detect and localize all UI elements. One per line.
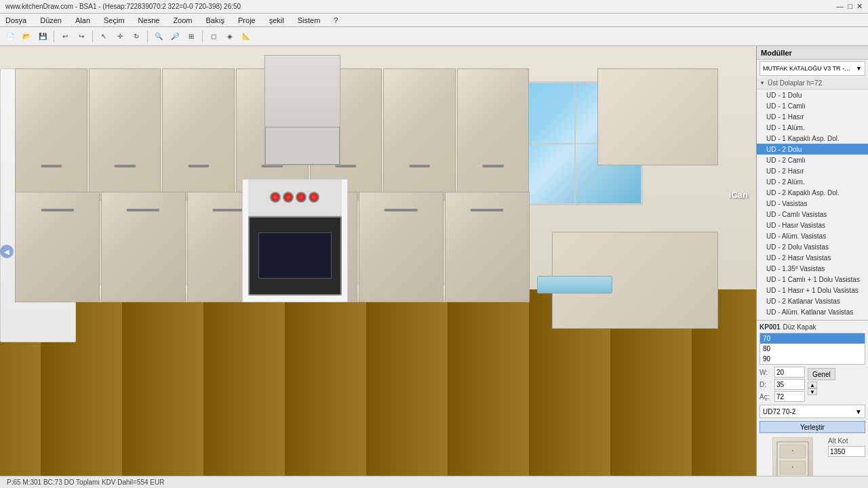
kp-type: Düz Kapak	[783, 323, 816, 331]
module-item-ud-1caml1doluvasistas[interactable]: UD - 1 Camlı + 1 Dolu Vasistas	[757, 274, 868, 285]
menu-item-alan[interactable]: Alan	[73, 15, 93, 26]
module-item-ud-1hasr1doluvasistas[interactable]: UD - 1 Hasır + 1 Dolu Vasistas	[757, 285, 868, 296]
menu-item-dosya[interactable]: Dosya	[3, 15, 29, 26]
viewport[interactable]: iCan ◀ ◀ ▶	[0, 46, 756, 488]
lower-cabinet-6	[445, 192, 530, 302]
module-item-ud-1alum[interactable]: UD - 1 Alüm.	[757, 122, 868, 133]
module-list: ▼ Üst Dolaplar h=72 UD - 1 DoluUD - 1 Ca…	[757, 77, 868, 320]
ud-dropdown-label: UD72 70-2	[763, 408, 795, 415]
kp-section: KP001 Düz Kapak 70 80 90 W:	[760, 323, 865, 483]
module-item-ud-1caml[interactable]: UD - 1 Camlı	[757, 100, 868, 111]
ican-label: iCan	[729, 190, 748, 200]
module-item-ud-1hasr[interactable]: UD - 1 Hasır	[757, 111, 868, 122]
ac-label: Aç:	[760, 393, 773, 401]
toolbar-separator-4	[202, 30, 203, 43]
catalog-dropdown-arrow: ▼	[856, 65, 862, 72]
measure-icon[interactable]: 📐	[239, 29, 254, 44]
zoom-in-icon[interactable]: 🔍	[151, 29, 166, 44]
catalog-dropdown[interactable]: MUTFAK KATALOĞU V3 TR - KL ▼	[760, 61, 865, 76]
module-item-ud-1kapasp[interactable]: UD - 1 Kapaklı Asp. Dol.	[757, 133, 868, 144]
module-item-ud-2katvasistas[interactable]: UD - 2 Katlanar Vasistas	[757, 296, 868, 306]
new-icon[interactable]: 📄	[3, 29, 18, 44]
ud-dropdown[interactable]: UD72 70-2 ▼	[760, 405, 865, 418]
genel-button[interactable]: Genel	[808, 368, 835, 380]
menu-item-seçim[interactable]: Seçim	[101, 15, 127, 26]
menu-item-nesne[interactable]: Nesne	[136, 15, 163, 26]
module-item-ud-alumkatlvasistas[interactable]: UD - Alüm. Katlanar Vasistas	[757, 306, 868, 317]
lower-cabinet-5	[359, 192, 443, 302]
yerleştir-button[interactable]: Yerleştir	[760, 421, 865, 433]
module-item-ud-2caml[interactable]: UD - 2 Camlı	[757, 155, 868, 165]
cabinet-preview	[772, 437, 813, 481]
save-icon[interactable]: 💾	[35, 29, 50, 44]
size-item-70[interactable]: 70	[760, 333, 865, 344]
d-input[interactable]	[774, 379, 805, 390]
redo-icon[interactable]: ↪	[74, 29, 89, 44]
right-upper-cabinet	[597, 68, 718, 165]
undo-icon[interactable]: ↩	[58, 29, 73, 44]
catalog-label: MUTFAK KATALOĞU V3 TR - KL	[763, 65, 851, 72]
module-item-ud-2kapasp[interactable]: UD - 2 Kapaklı Asp. Dol.	[757, 187, 868, 198]
rotate-icon[interactable]: ↻	[129, 29, 144, 44]
select-icon[interactable]: ↖	[96, 29, 111, 44]
d-row: D:	[760, 379, 805, 390]
upper-cabinet-2	[89, 68, 161, 201]
zoom-fit-icon[interactable]: ⊞	[184, 29, 199, 44]
open-icon[interactable]: 📂	[19, 29, 34, 44]
maximize-button[interactable]: □	[848, 2, 852, 11]
hood-bottom	[265, 127, 340, 165]
module-item-ud-2doluvasistas[interactable]: UD - 2 Dolu Vasistas	[757, 241, 868, 252]
menu-item-?[interactable]: ?	[331, 15, 340, 26]
alt-kot-input[interactable]	[828, 446, 865, 457]
alt-kot-area: Alt Kot	[828, 436, 865, 458]
sink	[537, 276, 613, 293]
module-item-ud-2hasr[interactable]: UD - 2 Hasır	[757, 165, 868, 176]
ac-input[interactable]	[774, 391, 805, 402]
kp-label: KP001	[760, 323, 781, 331]
spin-down-button[interactable]: ▼	[808, 388, 817, 395]
module-item-ud-alumvasistas[interactable]: UD - Alüm. Vasistas	[757, 230, 868, 241]
spin-up-button[interactable]: ▲	[808, 382, 817, 388]
spin-buttons: ▲ ▼	[808, 382, 835, 395]
menu-item-düzen[interactable]: Düzen	[37, 15, 64, 26]
w-input[interactable]	[774, 367, 805, 378]
module-item-ud-2dolu[interactable]: UD - 2 Dolu	[757, 144, 868, 155]
category-header-ust-dolaplar[interactable]: ▼ Üst Dolaplar h=72	[757, 77, 868, 89]
cabinet-handle-7	[482, 165, 503, 167]
module-item-ud-2hasrvasistas[interactable]: UD - 2 Hasır Vasistas	[757, 252, 868, 263]
upper-cabinet-1	[15, 68, 87, 201]
module-item-ud-2alum[interactable]: UD - 2 Alüm.	[757, 176, 868, 187]
kitchen-scene: iCan ◀	[0, 46, 756, 488]
menu-bar: DosyaDüzenAlanSeçimNesneZoomBakışProjeşe…	[0, 14, 868, 27]
cabinet-handle-3	[188, 165, 209, 167]
module-item-ud-hasrvasistas[interactable]: UD - Hasır Vasistas	[757, 220, 868, 230]
alt-kot-input-row	[828, 446, 865, 457]
menu-item-şekil[interactable]: şekil	[267, 15, 287, 26]
close-button[interactable]: ✕	[856, 2, 863, 11]
move-icon[interactable]: ✛	[113, 29, 127, 44]
window-controls: — □ ✕	[836, 2, 863, 11]
size-item-80[interactable]: 80	[760, 344, 865, 354]
module-item-ud-1dolu[interactable]: UD - 1 Dolu	[757, 89, 868, 100]
kp-header: KP001 Düz Kapak	[760, 323, 865, 331]
menu-item-proje[interactable]: Proje	[235, 15, 258, 26]
w-label: W:	[760, 369, 773, 376]
zoom-out-icon[interactable]: 🔎	[167, 29, 182, 44]
module-item-ud-camlvasistas[interactable]: UD - Camlı Vasistas	[757, 209, 868, 220]
menu-item-zoom[interactable]: Zoom	[170, 15, 195, 26]
module-item-ud-vasistas[interactable]: UD - Vasistas	[757, 198, 868, 209]
stove-area	[242, 179, 348, 303]
render-icon[interactable]: ◈	[222, 29, 237, 44]
size-list: 70 80 90	[760, 333, 865, 365]
module-item-ud-1355vasistas[interactable]: UD - 1.35º Vasistas	[757, 263, 868, 274]
burner-4	[309, 192, 319, 203]
alt-kot-label: Alt Kot	[828, 437, 865, 445]
oven-window	[258, 232, 332, 279]
minimize-button[interactable]: —	[836, 2, 844, 11]
size-item-90[interactable]: 90	[760, 354, 865, 364]
3d-view-icon[interactable]: ◻	[206, 29, 221, 44]
category-label: Üst Dolaplar h=72	[768, 79, 822, 87]
oven	[248, 216, 342, 296]
menu-item-sistem[interactable]: Sistem	[295, 15, 323, 26]
menu-item-bakış[interactable]: Bakış	[203, 15, 228, 26]
